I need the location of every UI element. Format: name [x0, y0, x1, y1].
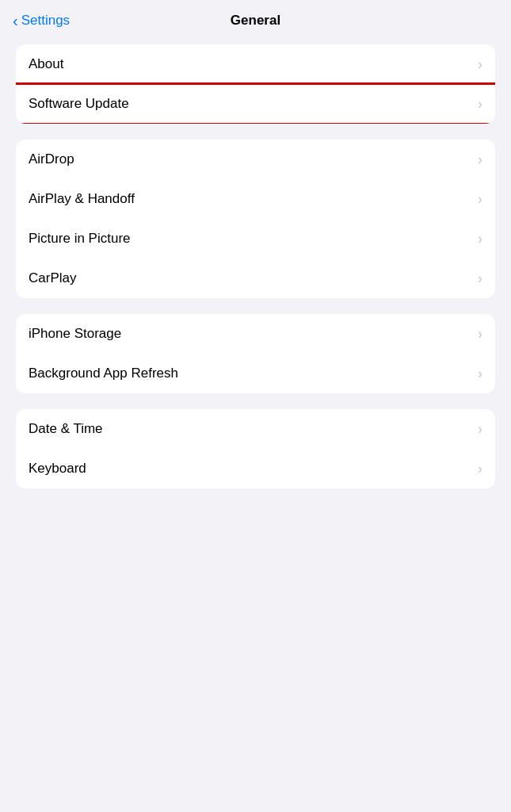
- settings-row-keyboard[interactable]: Keyboard›: [16, 449, 495, 488]
- chevron-icon-carplay: ›: [478, 270, 482, 287]
- settings-group-group-4: Date & Time›Keyboard›: [16, 409, 495, 488]
- settings-row-label-airdrop: AirDrop: [29, 151, 74, 168]
- row-wrapper-carplay: CarPlay›: [16, 259, 495, 298]
- settings-content: About›Software Update›AirDrop›AirPlay & …: [0, 38, 511, 511]
- settings-row-label-carplay: CarPlay: [29, 270, 76, 287]
- chevron-icon-airdrop: ›: [478, 151, 482, 168]
- settings-row-airdrop[interactable]: AirDrop›: [16, 140, 495, 179]
- settings-row-label-picture-in-picture: Picture in Picture: [29, 230, 131, 247]
- back-chevron-icon: ‹: [13, 13, 18, 29]
- chevron-icon-picture-in-picture: ›: [478, 231, 482, 247]
- chevron-icon-about: ›: [478, 56, 482, 73]
- settings-row-label-date-time: Date & Time: [29, 420, 103, 438]
- settings-row-about[interactable]: About›: [16, 44, 495, 84]
- row-wrapper-airdrop: AirDrop›: [16, 140, 495, 179]
- chevron-icon-airplay-handoff: ›: [478, 191, 482, 208]
- row-wrapper-iphone-storage: iPhone Storage›: [16, 314, 495, 354]
- settings-row-label-airplay-handoff: AirPlay & Handoff: [29, 190, 135, 208]
- row-wrapper-keyboard: Keyboard›: [16, 449, 495, 488]
- row-wrapper-date-time: Date & Time›: [16, 409, 495, 449]
- back-button[interactable]: ‹ Settings: [13, 13, 70, 29]
- settings-row-picture-in-picture[interactable]: Picture in Picture›: [16, 219, 495, 259]
- settings-row-label-iphone-storage: iPhone Storage: [29, 325, 121, 343]
- chevron-icon-iphone-storage: ›: [478, 326, 482, 343]
- row-wrapper-background-app-refresh: Background App Refresh›: [16, 354, 495, 393]
- chevron-icon-keyboard: ›: [478, 461, 482, 477]
- settings-group-group-2: AirDrop›AirPlay & Handoff›Picture in Pic…: [16, 140, 495, 298]
- settings-row-iphone-storage[interactable]: iPhone Storage›: [16, 314, 495, 354]
- chevron-icon-software-update: ›: [478, 96, 482, 113]
- settings-row-label-about: About: [29, 56, 63, 73]
- chevron-icon-date-time: ›: [478, 421, 482, 438]
- settings-group-group-1: About›Software Update›: [16, 44, 495, 124]
- nav-bar: ‹ Settings General: [0, 0, 511, 38]
- settings-row-label-keyboard: Keyboard: [29, 460, 86, 477]
- row-wrapper-picture-in-picture: Picture in Picture›: [16, 219, 495, 259]
- settings-row-date-time[interactable]: Date & Time›: [16, 409, 495, 449]
- settings-row-label-software-update: Software Update: [29, 95, 129, 113]
- settings-row-carplay[interactable]: CarPlay›: [16, 259, 495, 298]
- settings-group-group-3: iPhone Storage›Background App Refresh›: [16, 314, 495, 393]
- chevron-icon-background-app-refresh: ›: [478, 366, 482, 382]
- settings-row-background-app-refresh[interactable]: Background App Refresh›: [16, 354, 495, 393]
- row-wrapper-about: About›: [16, 44, 495, 84]
- settings-row-software-update[interactable]: Software Update›: [16, 84, 495, 124]
- settings-row-label-background-app-refresh: Background App Refresh: [29, 365, 178, 382]
- settings-row-airplay-handoff[interactable]: AirPlay & Handoff›: [16, 179, 495, 219]
- row-wrapper-software-update: Software Update›: [16, 84, 495, 124]
- back-label: Settings: [21, 13, 70, 29]
- page-title: General: [231, 13, 280, 29]
- row-wrapper-airplay-handoff: AirPlay & Handoff›: [16, 179, 495, 219]
